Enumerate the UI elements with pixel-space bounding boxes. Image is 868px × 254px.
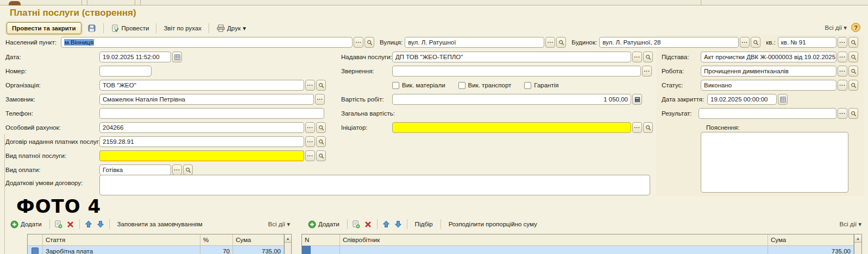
sum-cell[interactable]: 735,00 <box>233 246 284 254</box>
employees-copy-button[interactable] <box>352 220 361 228</box>
settlement-input[interactable]: м.Вінниця <box>61 37 353 48</box>
account-choose-button[interactable]: ... <box>305 122 315 133</box>
service-kind-search-button[interactable] <box>316 150 326 161</box>
provider-search-button[interactable] <box>643 52 653 62</box>
basis-search-button[interactable] <box>848 52 858 62</box>
employee-column-header[interactable]: Співробітник <box>340 234 768 246</box>
employees-table-row[interactable]: 735,00 <box>302 246 854 254</box>
employees-add-button[interactable]: Додати <box>304 218 343 230</box>
street-input[interactable]: вул. Л. Ратушної <box>405 37 544 48</box>
help-button[interactable]: ? <box>851 23 860 32</box>
service-kind-input[interactable] <box>99 150 304 161</box>
article-cell[interactable]: Заробітна плата <box>43 246 200 254</box>
extra-terms-textarea[interactable] <box>99 175 650 195</box>
organization-choose-button[interactable]: ... <box>305 80 315 91</box>
initiator-search-button[interactable] <box>643 122 653 133</box>
employees-move-down-button[interactable] <box>394 220 402 228</box>
post-button[interactable]: Провести <box>108 22 153 34</box>
provider-choose-button[interactable]: ... <box>632 52 642 62</box>
articles-add-button[interactable]: Додати <box>7 218 45 230</box>
articles-copy-button[interactable] <box>54 220 63 228</box>
articles-delete-button[interactable] <box>66 220 75 228</box>
account-search-button[interactable] <box>316 122 326 133</box>
status-choose-button[interactable]: ... <box>838 80 847 91</box>
all-actions-button[interactable]: Всі дії ▾ <box>825 24 847 31</box>
building-choose-button[interactable]: ... <box>740 37 750 48</box>
provider-input[interactable]: ДП ТОВ "ЖЕО-ТЕПЛО" <box>392 52 631 62</box>
date-input[interactable]: 19.02.2025 11:52:00 <box>99 52 171 62</box>
percent-cell[interactable]: 70 <box>200 246 233 254</box>
employees-move-up-button[interactable] <box>382 220 391 228</box>
contract-input[interactable]: 2159.28.91 <box>99 136 304 147</box>
n-cell[interactable] <box>302 246 340 254</box>
post-and-close-button[interactable]: Провести та закрити <box>7 22 81 34</box>
row-selector-cell[interactable] <box>28 246 43 254</box>
result-search-button[interactable] <box>848 108 858 119</box>
n-column-header[interactable]: N <box>302 234 340 246</box>
print-button[interactable]: Друк ▾ <box>213 22 249 34</box>
status-input[interactable]: Виконано <box>701 80 836 91</box>
closing-date-calendar-button[interactable] <box>778 94 788 105</box>
transport-checkbox[interactable]: Вик. транспорт <box>458 82 512 89</box>
customer-choose-button[interactable]: ... <box>315 94 325 105</box>
payment-kind-input[interactable]: Готівка <box>99 164 171 175</box>
result-input[interactable] <box>699 108 836 119</box>
work-input[interactable]: Прочищення димвентканалів <box>701 66 836 77</box>
work-choose-button[interactable]: ... <box>838 66 847 77</box>
apartment-input[interactable]: кв. № 91 <box>778 37 836 48</box>
warranty-checkbox[interactable]: Гарантія <box>524 82 558 89</box>
movements-report-button[interactable]: Звіт по рухах <box>160 22 205 34</box>
result-choose-button[interactable]: ... <box>838 108 847 119</box>
settlement-search-button[interactable] <box>364 37 374 48</box>
employee-cell[interactable] <box>340 246 768 254</box>
save-button[interactable] <box>84 22 99 34</box>
payment-kind-choose-button[interactable]: ... <box>172 164 182 175</box>
street-choose-button[interactable]: ... <box>545 37 555 48</box>
sum-column-header[interactable]: Сума <box>233 234 284 246</box>
initiator-input[interactable] <box>392 122 631 133</box>
work-search-button[interactable] <box>848 66 858 77</box>
work-cost-calculator-button[interactable] <box>632 94 642 105</box>
articles-table-row[interactable]: Заробітна плата 70 735,00 <box>28 246 284 254</box>
employees-pick-button[interactable]: Підбір <box>412 218 436 230</box>
phone-input[interactable] <box>99 108 324 119</box>
articles-table-scrollbar[interactable]: ▲ <box>284 234 291 254</box>
employees-distribute-button[interactable]: Розподілити пропорційно суму <box>445 218 540 230</box>
contract-search-button[interactable] <box>316 136 326 147</box>
basis-choose-button[interactable]: ... <box>838 52 847 62</box>
organization-search-button[interactable] <box>316 80 326 91</box>
employees-delete-button[interactable] <box>364 220 373 228</box>
sum-cell[interactable]: 735,00 <box>768 246 854 254</box>
date-calendar-button[interactable] <box>172 52 182 62</box>
payment-kind-search-button[interactable] <box>183 164 193 175</box>
account-input[interactable]: 204266 <box>99 122 304 133</box>
service-kind-choose-button[interactable]: ... <box>305 150 315 161</box>
customer-input[interactable]: Смажелюк Наталія Петрівна <box>99 94 314 105</box>
employees-table-scrollbar[interactable]: ▲ <box>854 234 861 254</box>
scroll-up-icon[interactable]: ▲ <box>854 234 861 243</box>
number-input[interactable] <box>99 66 152 77</box>
materials-checkbox[interactable]: Вик. матеріали <box>392 82 445 89</box>
building-input[interactable]: вул. Л. Ратушної, 28 <box>599 37 739 48</box>
appeal-input[interactable] <box>392 66 641 77</box>
articles-fill-default-button[interactable]: Заповнити за замовчуванням <box>114 218 206 230</box>
employees-all-actions-button[interactable]: Всі дії ▾ <box>840 220 861 228</box>
scroll-up-icon[interactable]: ▲ <box>285 234 291 243</box>
appeal-choose-button[interactable]: ... <box>642 66 652 77</box>
sum-column-header[interactable]: Сума <box>768 234 854 246</box>
apartment-choose-button[interactable]: ... <box>838 37 847 48</box>
organization-input[interactable]: ТОВ "ЖЕО" <box>99 80 304 91</box>
basis-input[interactable]: Акт прочистки ДВК Ж-0000003 від 19.02.20… <box>701 52 836 62</box>
closing-date-input[interactable]: 19.02.2025 00:00:00 <box>707 94 777 105</box>
settlement-choose-button[interactable]: ... <box>354 37 363 48</box>
explanation-textarea[interactable] <box>701 132 848 193</box>
building-search-button[interactable] <box>751 37 760 48</box>
articles-move-up-button[interactable] <box>84 220 93 228</box>
article-column-header[interactable]: Стаття <box>43 234 200 246</box>
articles-move-down-button[interactable] <box>96 220 105 228</box>
initiator-choose-button[interactable]: ... <box>632 122 642 133</box>
percent-column-header[interactable]: % <box>200 234 233 246</box>
street-search-button[interactable] <box>556 37 566 48</box>
articles-all-actions-button[interactable]: Всі дії ▾ <box>268 220 290 228</box>
status-search-button[interactable] <box>848 80 858 91</box>
